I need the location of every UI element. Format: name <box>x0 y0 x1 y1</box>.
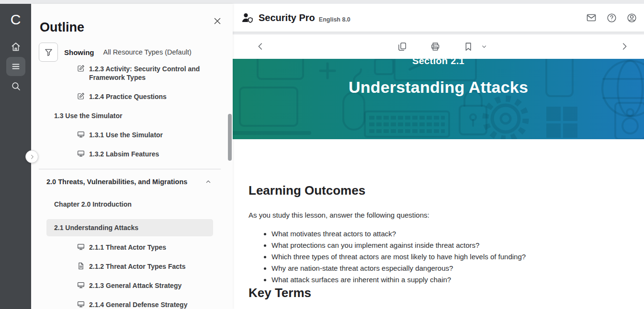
outline-item[interactable]: 2.1.3 General Attack Strategy <box>39 281 222 290</box>
monitor-icon <box>77 243 85 251</box>
lesson-content-card: Section 2.1 Understanding Attacks Learni… <box>233 34 644 309</box>
outline-item[interactable]: 1.2.3 Activity: Security Control and Fra… <box>39 65 222 82</box>
search-icon <box>10 80 22 92</box>
outline-scrollbar-thumb[interactable] <box>228 114 232 161</box>
document-icon <box>77 262 85 270</box>
outline-item-selected[interactable]: 2.1 Understanding Attacks <box>46 219 213 236</box>
outline-item-label: 2.0 Threats, Vulnerabilities, and Migrat… <box>46 177 187 186</box>
outline-title: Outline <box>40 20 84 35</box>
panel-expand-toggle[interactable] <box>25 150 38 163</box>
outline-item-label: Chapter 2.0 Introduction <box>54 200 132 209</box>
outline-item[interactable]: 1.3.2 Labsim Features <box>39 150 222 158</box>
question-item: What motivates threat actors to attack? <box>271 228 625 240</box>
close-icon <box>212 16 223 26</box>
question-item: What protections can you implement again… <box>271 240 625 251</box>
question-list: What motivates threat actors to attack? … <box>249 228 625 286</box>
outline-item[interactable]: 2.1.2 Threat Actor Types Facts <box>39 262 222 271</box>
filter-button[interactable] <box>39 43 58 62</box>
edit-icon <box>77 92 85 100</box>
bookmark-expand-button[interactable] <box>480 43 487 50</box>
close-outline-button[interactable] <box>212 15 223 27</box>
help-icon <box>606 12 617 23</box>
tech-pattern-decoration <box>233 59 644 139</box>
outline-section-header[interactable]: 2.0 Threats, Vulnerabilities, and Migrat… <box>39 177 222 186</box>
filter-row: Showing All Resource Types (Default) <box>39 43 192 62</box>
copy-icon <box>396 41 407 52</box>
outline-item-label: 1.3.1 Use the Simulator <box>89 131 163 139</box>
print-icon <box>429 41 441 52</box>
search-button[interactable] <box>6 77 25 96</box>
learning-outcomes-heading: Learning Outcomes <box>249 183 625 198</box>
question-item: What attack surfaces are inherent within… <box>271 274 625 286</box>
header-actions <box>586 12 637 23</box>
help-button[interactable] <box>606 12 617 23</box>
outline-item-label: 2.1 Understanding Attacks <box>54 223 138 232</box>
outline-item[interactable]: 1.3.1 Use the Simulator <box>39 131 222 139</box>
lesson-toolbar <box>233 34 644 59</box>
outline-item[interactable]: 1.2.4 Practice Questions <box>39 92 222 101</box>
lesson-article: Learning Outcomes As you study this less… <box>249 183 625 300</box>
outline-item[interactable]: Chapter 2.0 Introduction <box>39 200 222 209</box>
chevron-down-icon <box>480 43 487 50</box>
banner-section-label: Section 2.1 <box>233 59 644 66</box>
outline-item-label: 1.3 Use the Simulator <box>54 111 122 120</box>
course-title: Security Pro <box>259 12 315 23</box>
filter-label: Showing <box>64 48 94 56</box>
question-item: Why are nation-state threat actors espec… <box>271 263 625 274</box>
banner-title: Understanding Attacks <box>233 78 644 97</box>
chevron-right-icon <box>29 154 35 160</box>
key-terms-heading: Key Terms <box>249 286 625 300</box>
chevron-up-icon[interactable] <box>204 178 212 186</box>
menu-icon <box>10 61 22 72</box>
outline-panel: Outline Showing All Resource Types (Defa… <box>31 4 233 309</box>
edit-icon <box>77 64 85 73</box>
filter-icon <box>44 47 54 57</box>
bookmark-group <box>463 41 487 52</box>
outline-item-label: 1.3.2 Labsim Features <box>89 150 159 158</box>
mail-button[interactable] <box>586 12 597 23</box>
course-subtitle: English 8.0 <box>319 16 350 23</box>
bookmark-icon <box>463 41 474 52</box>
outline-item[interactable]: 2.1.4 General Defense Strategy <box>39 300 222 309</box>
account-icon <box>626 12 637 23</box>
monitor-icon <box>77 149 85 158</box>
filter-value: All Resource Types (Default) <box>103 48 192 56</box>
outline-menu-button[interactable] <box>6 57 25 76</box>
next-page-button[interactable] <box>619 41 630 52</box>
outline-item-label: 1.2.4 Practice Questions <box>89 92 167 101</box>
outline-item-label: 2.1.4 General Defense Strategy <box>89 300 187 309</box>
monitor-icon <box>77 130 85 139</box>
bookmark-button[interactable] <box>463 41 474 52</box>
home-icon <box>10 41 22 53</box>
previous-page-button[interactable] <box>255 41 266 52</box>
course-header: Security Pro English 8.0 <box>233 4 644 32</box>
outline-divider <box>39 169 221 169</box>
user-shield-icon <box>241 11 254 24</box>
copy-button[interactable] <box>396 41 407 52</box>
outline-item-label: 2.1.3 General Attack Strategy <box>89 281 181 290</box>
chevron-right-icon <box>619 41 630 52</box>
mail-icon <box>586 12 597 23</box>
section-hero-banner: Section 2.1 Understanding Attacks <box>233 59 644 139</box>
monitor-icon <box>77 300 85 309</box>
account-button[interactable] <box>626 12 637 23</box>
outline-item-label: 2.1.2 Threat Actor Types Facts <box>89 262 186 271</box>
home-button[interactable] <box>6 37 25 56</box>
outline-item-label: 2.1.1 Threat Actor Types <box>89 243 166 252</box>
lesson-intro-text: As you study this lesson, answer the fol… <box>249 210 625 220</box>
chevron-left-icon <box>255 41 266 52</box>
outline-item[interactable]: 1.3 Use the Simulator <box>39 111 222 120</box>
monitor-icon <box>77 281 85 289</box>
outline-tree: 1.2.3 Activity: Security Control and Fra… <box>39 65 222 309</box>
question-item: Which three types of threat actors are m… <box>271 251 625 263</box>
print-button[interactable] <box>429 41 441 52</box>
outline-item-label: 1.2.3 Activity: Security Control and Fra… <box>89 65 207 82</box>
outline-item[interactable]: 2.1.1 Threat Actor Types <box>39 243 222 252</box>
toolbar-center-group <box>396 41 487 52</box>
app-logo: C <box>0 9 31 31</box>
